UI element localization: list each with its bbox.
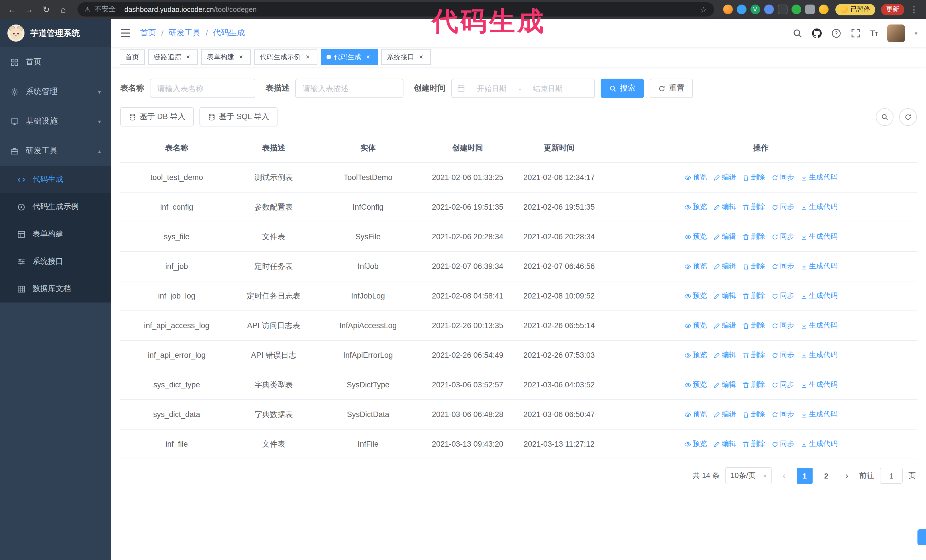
generate-code-link[interactable]: 生成代码: [800, 201, 837, 213]
edge-affix-widget[interactable]: [917, 529, 926, 545]
sync-link[interactable]: 同步: [771, 320, 794, 332]
tab-system-api[interactable]: 系统接口×: [381, 49, 431, 65]
start-date-input[interactable]: [467, 83, 516, 93]
table-name-input[interactable]: [150, 78, 255, 98]
puzzle-icon[interactable]: [805, 5, 815, 14]
sync-link[interactable]: 同步: [771, 379, 794, 391]
sync-link[interactable]: 同步: [771, 438, 794, 450]
breadcrumb-devtools[interactable]: 研发工具: [169, 28, 201, 38]
page-jump-input[interactable]: [880, 468, 903, 484]
edit-link[interactable]: 编辑: [713, 379, 736, 391]
preview-link[interactable]: 预览: [684, 320, 707, 332]
edit-link[interactable]: 编辑: [713, 260, 736, 272]
bookmark-star-icon[interactable]: ☆: [700, 5, 707, 14]
sidebar-item-form-builder[interactable]: 表单构建: [0, 220, 111, 248]
preview-link[interactable]: 预览: [684, 349, 707, 361]
generate-code-link[interactable]: 生成代码: [800, 260, 837, 272]
edit-link[interactable]: 编辑: [713, 172, 736, 183]
help-icon[interactable]: ?: [832, 28, 841, 38]
preview-link[interactable]: 预览: [684, 201, 707, 213]
paused-chip[interactable]: 已暂停: [835, 4, 875, 15]
profile-avatar-icon[interactable]: [819, 5, 828, 14]
extension-icon-people[interactable]: [764, 5, 773, 14]
reset-button[interactable]: 重置: [650, 78, 693, 98]
page-number-1[interactable]: 1: [797, 468, 813, 484]
extension-icon-dark[interactable]: [778, 5, 787, 14]
tab-codegen[interactable]: 代码生成×: [321, 49, 378, 65]
extension-icon-blue[interactable]: [737, 5, 746, 14]
generate-code-link[interactable]: 生成代码: [800, 290, 837, 302]
user-avatar[interactable]: [887, 24, 905, 42]
extension-icon-leaf[interactable]: [791, 5, 801, 14]
tab-trace[interactable]: 链路追踪×: [148, 49, 198, 65]
search-button[interactable]: 搜索: [601, 78, 644, 98]
sidebar-item-infra[interactable]: 基础设施 ▾: [0, 107, 111, 136]
table-desc-input[interactable]: [295, 78, 404, 98]
back-icon[interactable]: ←: [5, 2, 20, 17]
tab-codegen-example[interactable]: 代码生成示例×: [254, 49, 318, 65]
preview-link[interactable]: 预览: [684, 438, 707, 450]
delete-link[interactable]: 删除: [742, 438, 765, 450]
update-button[interactable]: 更新: [881, 4, 904, 15]
page-size-select[interactable]: 10条/页 ▾: [725, 467, 772, 484]
preview-link[interactable]: 预览: [684, 231, 707, 243]
sync-link[interactable]: 同步: [771, 409, 794, 420]
refresh-table-button[interactable]: [899, 108, 917, 125]
forward-icon[interactable]: →: [22, 2, 36, 17]
sync-link[interactable]: 同步: [771, 260, 794, 272]
close-icon[interactable]: ×: [364, 53, 372, 61]
sync-link[interactable]: 同步: [771, 201, 794, 213]
sync-link[interactable]: 同步: [771, 172, 794, 183]
sync-link[interactable]: 同步: [771, 231, 794, 243]
extension-icon-green-v[interactable]: V: [750, 5, 760, 14]
page-number-2[interactable]: 2: [818, 468, 834, 484]
sidebar-item-system[interactable]: 系统管理 ▾: [0, 77, 111, 107]
preview-link[interactable]: 预览: [684, 379, 707, 391]
sync-link[interactable]: 同步: [771, 290, 794, 302]
sidebar-item-codegen-example[interactable]: 代码生成示例: [0, 193, 111, 220]
fullscreen-icon[interactable]: [851, 28, 861, 38]
sidebar-item-db-doc[interactable]: 数据库文档: [0, 275, 111, 302]
extension-icon-fox[interactable]: [723, 5, 732, 14]
generate-code-link[interactable]: 生成代码: [800, 231, 837, 243]
delete-link[interactable]: 删除: [742, 349, 765, 361]
date-range-picker[interactable]: -: [451, 78, 595, 98]
edit-link[interactable]: 编辑: [713, 231, 736, 243]
sidebar-item-home[interactable]: 首页: [0, 47, 111, 77]
delete-link[interactable]: 删除: [742, 409, 765, 420]
close-icon[interactable]: ×: [417, 53, 425, 61]
hamburger-icon[interactable]: [120, 27, 131, 39]
preview-link[interactable]: 预览: [684, 260, 707, 272]
address-bar[interactable]: ⚠ 不安全 dashboard.yudao.iocoder.cn/tool/co…: [77, 2, 714, 17]
delete-link[interactable]: 删除: [742, 260, 765, 272]
edit-link[interactable]: 编辑: [713, 290, 736, 302]
generate-code-link[interactable]: 生成代码: [800, 409, 837, 420]
preview-link[interactable]: 预览: [684, 290, 707, 302]
toggle-search-button[interactable]: [876, 108, 894, 125]
tab-form-builder[interactable]: 表单构建×: [201, 49, 251, 65]
sidebar-item-devtools[interactable]: 研发工具 ▴: [0, 136, 111, 166]
search-icon[interactable]: [793, 28, 803, 38]
preview-link[interactable]: 预览: [684, 409, 707, 420]
generate-code-link[interactable]: 生成代码: [800, 349, 837, 361]
prev-page-button[interactable]: ‹: [777, 468, 791, 484]
next-page-button[interactable]: ›: [840, 468, 853, 484]
breadcrumb-home[interactable]: 首页: [140, 28, 156, 38]
delete-link[interactable]: 删除: [742, 320, 765, 332]
generate-code-link[interactable]: 生成代码: [800, 172, 837, 183]
edit-link[interactable]: 编辑: [713, 438, 736, 450]
edit-link[interactable]: 编辑: [713, 409, 736, 420]
app-logo[interactable]: 芋道管理系统: [0, 19, 111, 47]
delete-link[interactable]: 删除: [742, 201, 765, 213]
end-date-input[interactable]: [524, 83, 572, 93]
delete-link[interactable]: 删除: [742, 231, 765, 243]
generate-code-link[interactable]: 生成代码: [800, 379, 837, 391]
kebab-menu-icon[interactable]: ⋮: [906, 2, 921, 17]
close-icon[interactable]: ×: [237, 53, 245, 61]
generate-code-link[interactable]: 生成代码: [800, 438, 837, 450]
tab-home[interactable]: 首页: [120, 49, 145, 65]
sidebar-item-codegen[interactable]: 代码生成: [0, 166, 111, 193]
edit-link[interactable]: 编辑: [713, 349, 736, 361]
close-icon[interactable]: ×: [184, 53, 192, 61]
close-icon[interactable]: ×: [304, 53, 312, 61]
